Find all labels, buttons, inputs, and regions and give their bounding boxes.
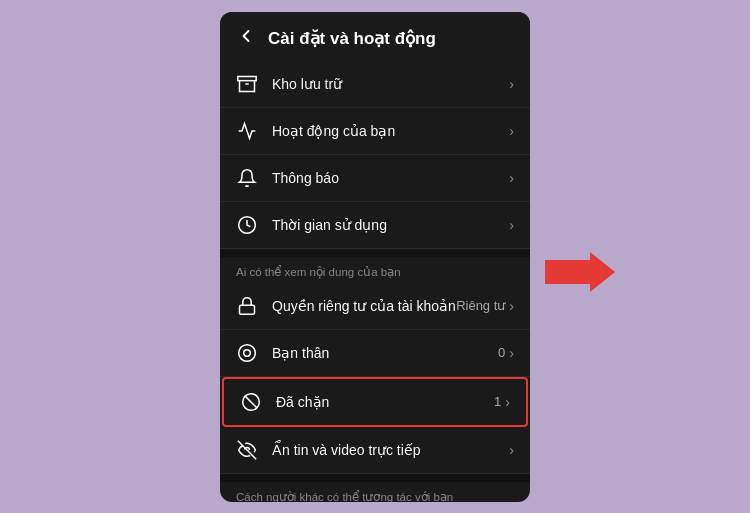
chevron-icon: › [509, 345, 514, 361]
menu-right-da-chan: 1 › [494, 394, 510, 410]
chevron-icon: › [509, 76, 514, 92]
screen: Cài đặt và hoạt động Kho lưu trữ › Hoạt … [220, 12, 530, 502]
svg-marker-16 [545, 252, 615, 292]
menu-label-da-chan: Đã chặn [276, 394, 494, 410]
chevron-icon: › [509, 442, 514, 458]
svg-rect-3 [240, 305, 255, 314]
menu-label-thoi-gian: Thời gian sử dụng [272, 217, 509, 233]
menu-right-an-tin-video: › [509, 442, 514, 458]
menu-label-thong-bao: Thông báo [272, 170, 509, 186]
chevron-icon: › [509, 170, 514, 186]
menu-item-an-tin-video[interactable]: Ẩn tin và video trực tiếp › [220, 427, 530, 474]
menu-right-thoi-gian: › [509, 217, 514, 233]
menu-item-quyen-rieng-tu[interactable]: Quyền riêng tư của tài khoản Riêng tư › [220, 283, 530, 330]
page-title: Cài đặt và hoạt động [268, 28, 436, 49]
phone-container: Cài đặt và hoạt động Kho lưu trữ › Hoạt … [220, 12, 530, 502]
badge-da-chan: 1 [494, 394, 501, 409]
svg-point-5 [244, 349, 251, 356]
back-button[interactable] [236, 26, 256, 51]
menu-right-hoat-dong: › [509, 123, 514, 139]
menu-item-hoat-dong[interactable]: Hoạt động của bạn › [220, 108, 530, 155]
menu-right-quyen-rieng-tu: Riêng tư › [456, 298, 514, 314]
menu-item-ban-than[interactable]: Bạn thân 0 › [220, 330, 530, 377]
menu-item-thong-bao[interactable]: Thông báo › [220, 155, 530, 202]
menu-right-ban-than: 0 › [498, 345, 514, 361]
menu-label-an-tin-video: Ẩn tin và video trực tiếp [272, 442, 509, 458]
svg-line-7 [245, 396, 257, 408]
menu-right-thong-bao: › [509, 170, 514, 186]
menu-label-kho-luu-tru: Kho lưu trữ [272, 76, 509, 92]
menu-right-kho-luu-tru: › [509, 76, 514, 92]
menu-item-da-chan[interactable]: Đã chặn 1 › [222, 377, 528, 427]
section-label-interact: Cách người khác có thể tương tác với bạn [220, 482, 530, 502]
activity-icon [236, 120, 258, 142]
lock-icon [236, 295, 258, 317]
chevron-icon: › [509, 217, 514, 233]
archive-icon [236, 73, 258, 95]
video-off-icon [236, 439, 258, 461]
badge-ban-than: 0 [498, 345, 505, 360]
red-arrow-indicator [545, 252, 605, 292]
menu-label-ban-than: Bạn thân [272, 345, 498, 361]
svg-rect-0 [238, 76, 256, 80]
menu-label-hoat-dong: Hoạt động của bạn [272, 123, 509, 139]
header: Cài đặt và hoạt động [220, 12, 530, 61]
section-divider-2 [220, 474, 530, 482]
menu-label-quyen-rieng-tu: Quyền riêng tư của tài khoản [272, 298, 456, 314]
menu-item-kho-luu-tru[interactable]: Kho lưu trữ › [220, 61, 530, 108]
chevron-icon: › [505, 394, 510, 410]
bell-icon [236, 167, 258, 189]
chevron-icon: › [509, 298, 514, 314]
block-icon [240, 391, 262, 413]
section-divider-1 [220, 249, 530, 257]
svg-point-4 [239, 344, 256, 361]
chevron-icon: › [509, 123, 514, 139]
menu-item-thoi-gian[interactable]: Thời gian sử dụng › [220, 202, 530, 249]
clock-icon [236, 214, 258, 236]
badge-rieng-tu: Riêng tư [456, 298, 505, 313]
star-icon [236, 342, 258, 364]
section-label-privacy: Ai có thể xem nội dung của bạn [220, 257, 530, 283]
content: Kho lưu trữ › Hoạt động của bạn › [220, 61, 530, 502]
